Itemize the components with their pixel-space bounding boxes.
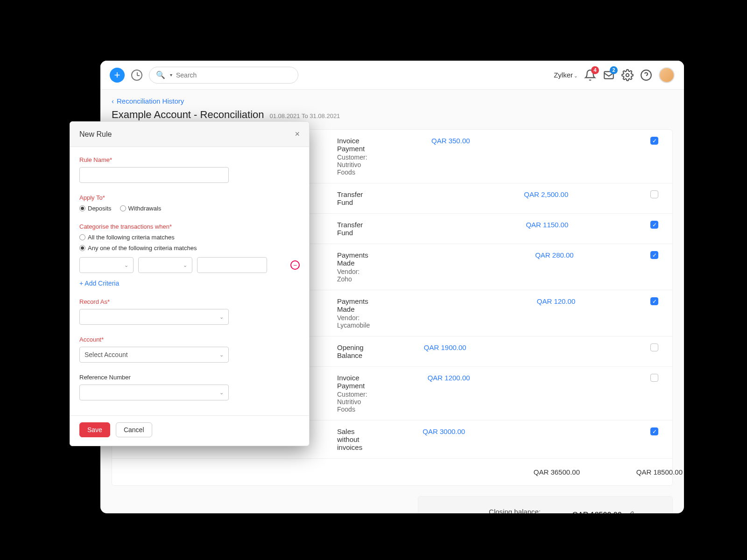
- transaction-amount-col1: QAR 1900.00: [364, 343, 466, 351]
- reference-number-label: Reference Number: [79, 374, 300, 381]
- radio-icon: [79, 205, 85, 211]
- deposits-radio[interactable]: Deposits: [79, 205, 112, 212]
- transaction-amount-col2: QAR 1150.00: [465, 221, 568, 229]
- transaction-checkbox[interactable]: [650, 190, 658, 198]
- record-as-select[interactable]: ⌄: [79, 309, 229, 325]
- total-col1: QAR 36500.00: [477, 468, 580, 476]
- close-icon[interactable]: ×: [295, 129, 300, 139]
- transaction-label: Payments Made: [337, 297, 370, 313]
- criteria-operator-select[interactable]: ⌄: [138, 257, 192, 273]
- chevron-down-icon: ▾: [170, 72, 172, 77]
- breadcrumb[interactable]: ‹ Reconciliation History: [100, 90, 684, 107]
- transaction-sub: Customer: Nutritivo Foods: [337, 154, 367, 176]
- transaction-sub: Vendor: Zoho: [337, 268, 368, 283]
- transaction-label: Invoice Payment: [337, 137, 367, 153]
- transaction-label: Payments Made: [337, 251, 368, 267]
- transaction-amount-col1: QAR 350.00: [367, 137, 470, 145]
- transaction-label: Opening Balance: [337, 343, 364, 359]
- inbox-icon[interactable]: 2: [603, 69, 615, 81]
- chevron-down-icon: ⌄: [219, 314, 224, 320]
- chevron-down-icon: ⌄: [183, 262, 187, 268]
- history-icon[interactable]: [131, 70, 142, 81]
- transaction-checkbox[interactable]: [650, 374, 658, 382]
- settings-icon[interactable]: [621, 69, 634, 81]
- search-icon: 🔍: [156, 70, 165, 79]
- transaction-checkbox[interactable]: ✓: [650, 251, 658, 259]
- transaction-label: Transfer Fund: [337, 221, 363, 237]
- avatar[interactable]: [659, 67, 675, 83]
- transaction-label: Transfer Fund: [337, 190, 363, 206]
- edit-icon[interactable]: [627, 511, 634, 513]
- transaction-checkbox[interactable]: ✓: [650, 221, 658, 229]
- notifications-icon[interactable]: 4: [584, 69, 596, 81]
- transaction-amount-col2: QAR 120.00: [472, 297, 575, 305]
- save-button[interactable]: Save: [79, 422, 110, 437]
- transaction-checkbox[interactable]: ✓: [650, 137, 658, 145]
- transaction-checkbox[interactable]: ✓: [650, 297, 658, 305]
- criteria-value-input[interactable]: [197, 257, 267, 273]
- apply-to-label: Apply To*: [79, 194, 300, 201]
- account-label: Account*: [79, 336, 300, 343]
- transaction-sub: Customer: Nutritivo Foods: [337, 391, 367, 413]
- inbox-badge: 2: [610, 66, 618, 74]
- totals-row: QAR 36500.00 QAR 18500.00: [112, 459, 672, 485]
- criteria-row: ⌄ ⌄ −: [79, 257, 300, 273]
- all-criteria-radio[interactable]: All the following criteria matches: [79, 234, 175, 241]
- criteria-field-select[interactable]: ⌄: [79, 257, 134, 273]
- transaction-label: Invoice Payment: [337, 374, 367, 390]
- withdrawals-radio[interactable]: Withdrawals: [120, 205, 162, 212]
- closing-balance-side: Dr: [639, 512, 659, 514]
- transaction-label: Sales without invoices: [337, 427, 362, 451]
- remove-criteria-icon[interactable]: −: [290, 260, 300, 270]
- closing-balance-label: Closing balance:: [431, 508, 541, 513]
- add-criteria-link[interactable]: + Add Criteria: [79, 280, 300, 287]
- notifications-badge: 4: [591, 66, 599, 74]
- categorise-label: Categorise the transactions when*: [79, 223, 300, 230]
- transaction-amount-col1: QAR 1200.00: [367, 374, 470, 382]
- radio-icon: [79, 245, 85, 251]
- search-input[interactable]: [176, 71, 291, 79]
- transaction-checkbox[interactable]: ✓: [650, 427, 658, 435]
- org-switcher[interactable]: Zylker⌄: [554, 71, 578, 79]
- date-range: 01.08.2021 To 31.08.2021: [270, 112, 340, 119]
- transaction-amount-col2: QAR 2,500.00: [465, 190, 568, 198]
- closing-balance-value: QAR 18500.00: [541, 511, 639, 513]
- svg-point-0: [626, 73, 629, 77]
- transaction-amount-col1: QAR 3000.00: [362, 427, 465, 435]
- search-field[interactable]: 🔍 ▾: [149, 67, 298, 84]
- transaction-sub: Vendor: Lycamobile: [337, 314, 370, 329]
- new-button[interactable]: +: [110, 68, 125, 83]
- transaction-checkbox[interactable]: [650, 343, 658, 351]
- rule-name-label: Rule Name*: [79, 156, 300, 163]
- help-icon[interactable]: [640, 69, 652, 81]
- transaction-amount-col2: QAR 280.00: [471, 251, 574, 259]
- chevron-down-icon: ⌄: [219, 352, 224, 358]
- top-bar: + 🔍 ▾ Zylker⌄ 4 2: [100, 61, 684, 90]
- cancel-button[interactable]: Cancel: [116, 422, 152, 437]
- radio-icon: [79, 234, 85, 240]
- modal-title: New Rule: [79, 130, 112, 139]
- total-col2: QAR 18500.00: [580, 468, 683, 476]
- chevron-down-icon: ⌄: [574, 73, 578, 78]
- reference-number-select[interactable]: ⌄: [79, 385, 229, 400]
- account-select[interactable]: Select Account⌄: [79, 347, 229, 363]
- radio-icon: [120, 205, 126, 211]
- any-criteria-radio[interactable]: Any one of the following criteria matche…: [79, 245, 197, 252]
- new-rule-modal: New Rule × Rule Name* Apply To* Deposits…: [70, 121, 310, 446]
- chevron-down-icon: ⌄: [124, 262, 128, 268]
- summary-panel: Closing balance: As of 31.08.2021 QAR 18…: [418, 496, 673, 513]
- chevron-left-icon: ‹: [112, 97, 114, 105]
- record-as-label: Record As*: [79, 298, 300, 305]
- chevron-down-icon: ⌄: [219, 390, 224, 396]
- rule-name-input[interactable]: [79, 167, 229, 183]
